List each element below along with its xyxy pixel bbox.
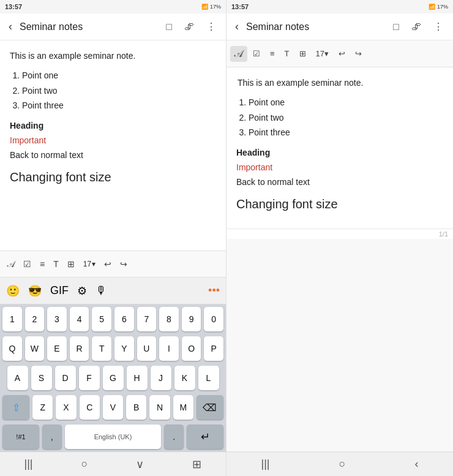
key-7[interactable]: 7	[137, 307, 157, 331]
period-key[interactable]: .	[164, 425, 184, 449]
settings-icon[interactable]: ⚙	[77, 284, 87, 298]
battery-left: 17%	[210, 4, 221, 10]
redo-btn-left[interactable]: ↪	[116, 257, 131, 271]
key-u[interactable]: U	[137, 336, 157, 361]
key-o[interactable]: O	[182, 336, 201, 361]
key-v[interactable]: V	[103, 395, 123, 420]
status-icons-right: 📶 17%	[429, 4, 448, 10]
key-4[interactable]: 4	[70, 307, 89, 331]
mic-icon[interactable]: 🎙	[95, 284, 107, 297]
top-bar-right: ‹ Seminar notes □ 🖇 ⋮	[226, 13, 453, 40]
key-9[interactable]: 9	[182, 307, 201, 331]
gif-icon[interactable]: GIF	[50, 284, 69, 297]
key-3[interactable]: 3	[47, 307, 67, 331]
key-b[interactable]: B	[126, 395, 146, 420]
image-btn[interactable]: ⊞	[64, 257, 78, 271]
nav-home-right[interactable]: ○	[339, 458, 346, 470]
pen-style-btn-right[interactable]: 𝒜	[230, 46, 247, 62]
qwerty-row: Q W E R T Y U I O P	[0, 334, 226, 363]
nav-home-left[interactable]: ○	[81, 458, 88, 470]
undo-btn-left[interactable]: ↩	[100, 257, 115, 271]
key-t[interactable]: T	[92, 336, 111, 361]
book-icon-right[interactable]: □	[389, 19, 403, 35]
comma-key[interactable]: ,	[42, 425, 62, 449]
space-key[interactable]: English (UK)	[65, 425, 162, 449]
battery-right: 17%	[437, 4, 448, 10]
align-btn[interactable]: ≡	[36, 257, 48, 271]
text-style-btn-right[interactable]: T	[280, 47, 294, 61]
smiley-icon[interactable]: 🙂	[6, 284, 20, 298]
more-icon-left[interactable]: ⋮	[203, 18, 220, 35]
key-c[interactable]: C	[80, 395, 100, 420]
key-f[interactable]: F	[79, 366, 100, 390]
asdf-row: A S D F G H J K L	[0, 363, 226, 393]
check-btn-right[interactable]: ☑	[249, 47, 264, 61]
backspace-key[interactable]: ⌫	[197, 395, 223, 420]
key-k[interactable]: K	[174, 366, 195, 390]
key-0[interactable]: 0	[204, 307, 223, 331]
list-right: Point one Point two Point three	[249, 96, 443, 139]
key-6[interactable]: 6	[114, 307, 134, 331]
shift-key[interactable]: ⇧	[2, 395, 29, 420]
more-emoji-icon[interactable]: •••	[208, 284, 220, 297]
right-panel: 13:57 📶 17% ‹ Seminar notes □ 🖇 ⋮ 𝒜 ☑ ≡ …	[226, 0, 453, 476]
key-d[interactable]: D	[55, 366, 76, 390]
nav-lines-right[interactable]: |||	[261, 458, 270, 470]
key-r[interactable]: R	[70, 336, 89, 361]
more-icon-right[interactable]: ⋮	[430, 18, 447, 35]
book-icon-left[interactable]: □	[162, 19, 176, 35]
undo-btn-right[interactable]: ↩	[334, 47, 350, 61]
key-i[interactable]: I	[159, 336, 179, 361]
attachment-icon-right[interactable]: 🖇	[408, 19, 425, 35]
back-button-left[interactable]: ‹	[6, 18, 15, 36]
left-panel: 13:57 📶 17% ‹ Seminar notes □ 🖇 ⋮ This i…	[0, 0, 226, 476]
key-g[interactable]: G	[103, 366, 124, 390]
nav-back-right[interactable]: ‹	[414, 458, 418, 470]
zxcv-row: ⇧ Z X C V B N M ⌫	[0, 393, 226, 422]
key-h[interactable]: H	[127, 366, 148, 390]
key-2[interactable]: 2	[25, 307, 45, 331]
sticker-icon[interactable]: 😎	[28, 284, 42, 298]
key-8[interactable]: 8	[159, 307, 179, 331]
redo-btn-right[interactable]: ↪	[351, 47, 366, 61]
keyboard: 1 2 3 4 5 6 7 8 9 0 Q W E R T Y U I O P …	[0, 304, 226, 451]
note-content-left[interactable]: This is an example seminar note. Point o…	[0, 40, 226, 251]
key-e[interactable]: E	[47, 336, 67, 361]
font-size-right[interactable]: 17▾	[312, 47, 333, 61]
intro-text-left: This is an example seminar note.	[10, 49, 216, 62]
top-bar-left: ‹ Seminar notes □ 🖇 ⋮	[0, 13, 226, 40]
nav-grid-left[interactable]: ⊞	[192, 458, 201, 471]
align-btn-right[interactable]: ≡	[266, 47, 279, 61]
key-z[interactable]: Z	[32, 395, 53, 420]
wifi-icon: 📶	[429, 4, 435, 10]
key-j[interactable]: J	[151, 366, 171, 390]
image-btn-right[interactable]: ⊞	[295, 47, 310, 61]
text-style-btn[interactable]: T	[50, 257, 62, 271]
key-m[interactable]: M	[173, 395, 193, 420]
key-y[interactable]: Y	[114, 336, 134, 361]
status-bar-left: 13:57 📶 17%	[0, 0, 226, 13]
key-w[interactable]: W	[25, 336, 45, 361]
key-l[interactable]: L	[198, 366, 219, 390]
key-n[interactable]: N	[149, 395, 170, 420]
note-content-right[interactable]: This is an example seminar note. Point o…	[226, 67, 453, 229]
check-btn[interactable]: ☑	[20, 257, 35, 271]
pen-style-btn[interactable]: 𝒜	[4, 257, 18, 272]
special-key[interactable]: !#1	[2, 425, 39, 449]
key-1[interactable]: 1	[2, 307, 22, 331]
key-x[interactable]: X	[56, 395, 76, 420]
key-5[interactable]: 5	[92, 307, 111, 331]
key-p[interactable]: P	[204, 336, 223, 361]
key-q[interactable]: Q	[2, 336, 22, 361]
font-size-left[interactable]: 17▾	[80, 257, 99, 271]
emoji-bar: 🙂 😎 GIF ⚙ 🎙 •••	[0, 278, 226, 304]
enter-key[interactable]: ↵	[187, 425, 223, 449]
bottom-row: !#1 , English (UK) . ↵	[0, 422, 226, 451]
attachment-icon-left[interactable]: 🖇	[181, 19, 198, 35]
back-button-right[interactable]: ‹	[233, 18, 241, 36]
key-a[interactable]: A	[7, 366, 28, 390]
nav-chevron-left[interactable]: ∨	[136, 458, 144, 471]
key-s[interactable]: S	[31, 366, 52, 390]
list-item-2-left: Point two	[22, 84, 216, 97]
nav-lines-left[interactable]: |||	[24, 458, 33, 470]
